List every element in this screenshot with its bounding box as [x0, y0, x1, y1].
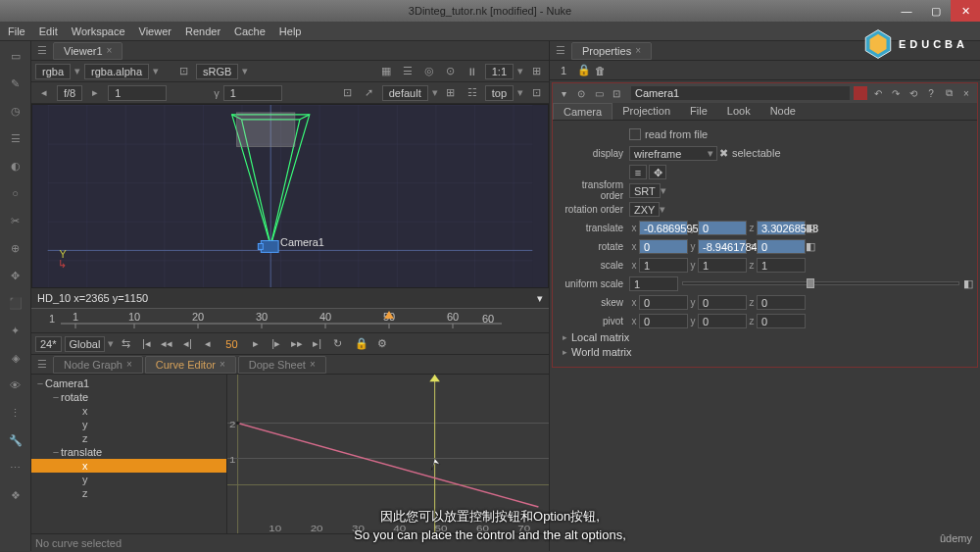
icon-a[interactable]: ▦	[377, 64, 395, 79]
rotate-anim-icon[interactable]: ◧	[806, 240, 815, 253]
step-back-icon[interactable]: ◂|	[178, 336, 196, 352]
revert-icon[interactable]: ⟲	[906, 86, 920, 100]
gain-field[interactable]: 1	[108, 85, 167, 101]
tool-other-icon[interactable]: ⋯	[5, 457, 26, 478]
tree-rotate-x[interactable]: x	[31, 404, 226, 418]
curve-tree[interactable]: −Camera1 −rotate x y z −translate x y z	[31, 375, 227, 533]
menu-render[interactable]: Render	[185, 25, 220, 37]
nodetab-file[interactable]: File	[680, 103, 717, 120]
scale-z[interactable]: 1	[757, 258, 806, 273]
read-from-file-checkbox[interactable]	[629, 128, 641, 140]
nodetab-node[interactable]: Node	[760, 103, 806, 120]
layer-select[interactable]: rgba.alpha	[84, 64, 149, 79]
gamma-field[interactable]: 1	[223, 85, 282, 101]
next-icon[interactable]: ▸	[86, 85, 104, 101]
tree-translate-x[interactable]: x	[31, 459, 226, 473]
curve-graph[interactable]: 21 10203040506070	[227, 375, 549, 533]
undo-icon[interactable]: ↶	[871, 86, 885, 100]
fps-select[interactable]: 24*	[35, 336, 62, 352]
world-matrix-toggle[interactable]: World matrix	[563, 346, 973, 358]
lock-icon[interactable]: 🔒	[353, 336, 370, 352]
bbox-icon[interactable]: ⊡	[339, 85, 357, 101]
last-frame-icon[interactable]: ▸|	[309, 336, 326, 352]
pane-menu-icon[interactable]: ☰	[37, 44, 47, 57]
translate-y[interactable]: 0	[698, 221, 747, 235]
display-select[interactable]: wireframe	[629, 146, 717, 161]
icon-e[interactable]: ⊞	[527, 64, 545, 79]
timeline[interactable]: 1102030405060 1 60	[31, 308, 549, 333]
icon-c[interactable]: ◎	[420, 64, 438, 79]
color-swatch[interactable]	[854, 86, 867, 100]
channel-select[interactable]: rgba	[35, 64, 71, 79]
prev-key-icon[interactable]: ◂◂	[158, 336, 175, 352]
sync-icon[interactable]: ⇆	[117, 336, 134, 352]
scale-x[interactable]: 1	[639, 258, 688, 273]
maximize-button[interactable]: ▢	[921, 0, 951, 22]
tool-merge-icon[interactable]: ⊕	[5, 237, 26, 259]
next-key-icon[interactable]: ▸▸	[288, 336, 306, 352]
proxy-select[interactable]: default	[382, 85, 428, 101]
local-matrix-toggle[interactable]: Local matrix	[563, 331, 973, 343]
tab-node-graph[interactable]: Node Graph×	[53, 356, 143, 374]
tool-transform-icon[interactable]: ✥	[5, 265, 26, 286]
tree-translate[interactable]: −translate	[31, 445, 226, 459]
pivot-x[interactable]: 0	[639, 314, 688, 328]
clear-all-icon[interactable]: 🗑	[595, 65, 606, 76]
current-frame[interactable]: 50	[220, 338, 243, 350]
skew-x[interactable]: 0	[639, 295, 688, 310]
uniform-anim-icon[interactable]: ◧	[963, 277, 973, 290]
colorspace-select[interactable]: sRGB	[196, 64, 238, 79]
selectable-x-icon[interactable]: ✖	[719, 147, 728, 160]
rotation-order-select[interactable]: ZXY	[629, 202, 660, 217]
pivot-y[interactable]: 0	[698, 314, 747, 328]
tool-metadata-icon[interactable]: ⋮	[5, 402, 26, 424]
skew-y[interactable]: 0	[698, 295, 747, 310]
settings-icon[interactable]: ⚙	[373, 336, 391, 352]
tool-color-icon[interactable]: ◐	[5, 155, 26, 176]
menu-file[interactable]: File	[8, 25, 25, 37]
tool-layer-icon[interactable]: ▭	[5, 45, 26, 67]
rotate-z[interactable]: 0	[757, 239, 806, 254]
help-icon[interactable]: ?	[924, 86, 938, 100]
tool-keyer-icon[interactable]: ✂	[5, 210, 26, 231]
transform-order-select[interactable]: SRT	[629, 183, 661, 198]
menu-help[interactable]: Help	[279, 25, 302, 37]
tree-rotate-y[interactable]: y	[31, 418, 226, 431]
viewer-3d[interactable]: Camera1 Y ↳	[31, 104, 549, 288]
tab-curve-editor[interactable]: Curve Editor×	[145, 356, 236, 374]
redo-icon[interactable]: ↷	[889, 86, 903, 100]
icon-b[interactable]: ☰	[399, 64, 416, 79]
lower-pane-menu-icon[interactable]: ☰	[37, 358, 47, 371]
tree-translate-y[interactable]: y	[31, 473, 226, 486]
loop-icon[interactable]: ↻	[329, 336, 347, 352]
collapse-icon[interactable]: ▾	[557, 86, 570, 100]
center-icon[interactable]: ⊙	[574, 86, 588, 100]
translate-anim-icon[interactable]: ◧	[806, 222, 815, 234]
clone-icon[interactable]: ⧉	[942, 86, 956, 100]
prev-icon[interactable]: ◂	[35, 85, 53, 101]
menu-viewer[interactable]: Viewer	[139, 25, 172, 37]
rotate-x[interactable]: 0	[639, 239, 688, 254]
snap-menu[interactable]: ≡	[629, 165, 647, 179]
fstop-field[interactable]: f/8	[57, 85, 82, 101]
tool-extra-icon[interactable]: ❖	[5, 484, 26, 506]
tool-channel-icon[interactable]: ☰	[5, 127, 26, 149]
pause-icon[interactable]: ⏸	[464, 64, 481, 79]
tree-rotate-z[interactable]: z	[31, 431, 226, 445]
pivot-z[interactable]: 0	[757, 314, 806, 328]
menu-edit[interactable]: Edit	[39, 25, 58, 37]
prop-count[interactable]: 1	[554, 65, 573, 76]
icon-d[interactable]: ⊙	[442, 64, 460, 79]
nodetab-look[interactable]: Look	[717, 103, 760, 120]
tool-draw-icon[interactable]: ✎	[5, 73, 26, 94]
tool-filter-icon[interactable]: ○	[5, 182, 26, 204]
tool-toolset-icon[interactable]: 🔧	[5, 429, 26, 451]
tool-time-icon[interactable]: ◷	[5, 100, 26, 122]
prop-pane-menu-icon[interactable]: ☰	[556, 44, 565, 57]
close-button[interactable]: ✕	[951, 0, 980, 22]
first-frame-icon[interactable]: |◂	[137, 336, 155, 352]
icon-h[interactable]: ⊡	[527, 85, 545, 101]
viewer-info-dropdown-icon[interactable]: ▾	[537, 292, 543, 305]
translate-x[interactable]: -0.6869595	[639, 221, 688, 235]
menu-cache[interactable]: Cache	[234, 25, 266, 37]
